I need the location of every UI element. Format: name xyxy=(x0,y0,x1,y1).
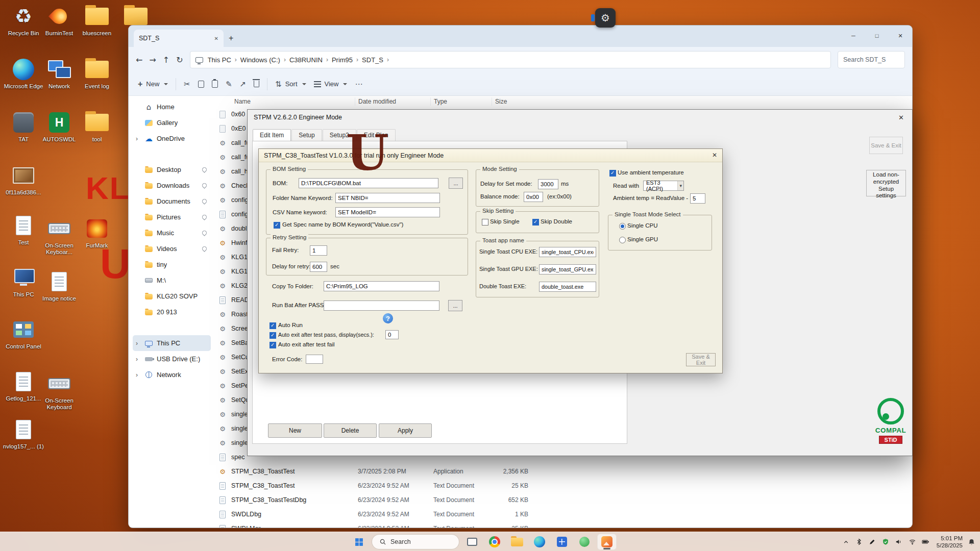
refresh-icon[interactable]: ↻ xyxy=(176,55,183,65)
floating-settings-widget[interactable]: ⚙ xyxy=(595,8,616,28)
sidebar-item-downloads[interactable]: Downloads xyxy=(133,178,211,193)
taskbar-blue-app-icon[interactable] xyxy=(552,534,572,550)
share-icon[interactable]: ↗ xyxy=(240,80,247,89)
sidebar-item-home[interactable]: Home xyxy=(133,99,211,115)
sidebar-item-usb-drive-e[interactable]: ›USB Drive (E:) xyxy=(133,351,211,367)
column-header-name[interactable]: Name xyxy=(231,97,355,106)
apply-button[interactable]: Apply xyxy=(379,423,432,438)
double-toast-input[interactable] xyxy=(539,282,596,292)
auto-exit-fail-checkbox[interactable] xyxy=(270,342,276,348)
sidebar-item-pictures[interactable]: Pictures xyxy=(133,209,211,225)
sidebar-item-gallery[interactable]: Gallery xyxy=(133,115,211,131)
desktop-icon-nvlog157-1[interactable]: nvlog157_... (1) xyxy=(1,417,46,450)
read-with-dropdown[interactable]: EST3 (ACPI) ▾ xyxy=(643,181,684,191)
single-cpu-radio[interactable] xyxy=(619,223,626,230)
delete-icon[interactable] xyxy=(254,81,259,87)
file-row[interactable]: STPM_C38_ToastTestDbg6/23/2024 9:52 AMTe… xyxy=(218,493,912,507)
run-bat-browse-button[interactable]: ... xyxy=(448,300,462,311)
view-button[interactable]: View xyxy=(314,80,348,88)
single-toast-cpu-input[interactable] xyxy=(539,247,596,257)
sidebar-item-documents[interactable]: Documents xyxy=(133,193,211,209)
new-button[interactable]: + New xyxy=(138,80,168,89)
ambient-temp-input[interactable] xyxy=(690,193,705,204)
balance-mode-input[interactable] xyxy=(524,192,543,202)
file-row[interactable]: STPM_C38_ToastTest3/7/2025 2:08 PMApplic… xyxy=(218,464,912,479)
start-button[interactable] xyxy=(349,534,369,550)
bom-browse-button[interactable]: ... xyxy=(449,178,463,189)
maximize-button[interactable]: □ xyxy=(865,26,889,46)
sidebar-item-onedrive[interactable]: ›OneDrive xyxy=(133,131,211,146)
hidden-icons-chevron-icon[interactable] xyxy=(842,538,850,546)
auto-run-checkbox[interactable] xyxy=(270,322,276,329)
rename-icon[interactable]: ✎ xyxy=(226,80,232,89)
taskbar-green-app-icon[interactable] xyxy=(575,534,594,550)
skip-single-checkbox[interactable] xyxy=(482,219,488,226)
spec-name-checkbox[interactable] xyxy=(274,222,280,229)
column-header-size[interactable]: Size xyxy=(492,97,528,106)
shield-icon[interactable] xyxy=(881,538,890,546)
desktop-icon-image-notice[interactable]: Image notice xyxy=(37,269,82,302)
auto-exit-pass-secs-input[interactable] xyxy=(385,330,399,339)
file-row[interactable]: SWDLMgr6/23/2024 9:52 AMText Document25 … xyxy=(218,521,912,528)
toasttest-save-exit-button[interactable]: Save & Exit xyxy=(686,353,716,366)
single-toast-gpu-input[interactable] xyxy=(539,264,596,274)
up-icon[interactable]: ↑ xyxy=(163,55,169,65)
breadcrumb-item-windows-c[interactable]: Windows (C:) xyxy=(240,56,280,64)
sidebar-item-videos[interactable]: Videos xyxy=(133,241,211,257)
battery-icon[interactable] xyxy=(921,538,930,546)
cut-icon[interactable]: ✂ xyxy=(184,80,190,89)
sidebar-item-klg20-sovp[interactable]: KLG20 SOVP xyxy=(133,288,211,304)
help-icon[interactable]: ? xyxy=(383,313,393,323)
wifi-icon[interactable] xyxy=(908,538,917,546)
new-tab-button[interactable]: + xyxy=(229,34,233,42)
error-code-input[interactable] xyxy=(306,355,323,364)
skip-double-checkbox[interactable] xyxy=(532,219,539,226)
ambient-temperature-checkbox[interactable] xyxy=(609,170,616,177)
back-icon[interactable]: ← xyxy=(136,55,142,65)
sort-button[interactable]: ⇅ Sort xyxy=(275,80,306,89)
auto-exit-pass-checkbox[interactable] xyxy=(270,332,276,339)
close-icon[interactable]: ✕ xyxy=(898,114,904,121)
taskbar-file-explorer-icon[interactable] xyxy=(507,534,527,550)
desktop-icon-tool[interactable]: tool xyxy=(75,110,119,143)
folder-keyword-input[interactable] xyxy=(335,193,440,203)
tab-close-icon[interactable]: ✕ xyxy=(214,36,218,41)
run-bat-input[interactable] xyxy=(324,300,439,311)
load-settings-button[interactable]: Load non-encrypted Setup settings xyxy=(866,170,906,196)
sidebar-item-m[interactable]: M:\ xyxy=(133,272,211,288)
desktop-icon-on-screen-keyboard[interactable]: On-Screen Keyboard xyxy=(37,371,82,411)
search-input[interactable] xyxy=(838,51,905,68)
window-close-button[interactable]: ✕ xyxy=(889,26,912,46)
sidebar-item-this-pc[interactable]: ›This PC xyxy=(133,335,211,351)
breadcrumb-item-this-pc[interactable]: This PC xyxy=(208,56,231,64)
bluetooth-icon[interactable] xyxy=(855,538,864,546)
csv-keyword-input[interactable] xyxy=(335,207,440,217)
desktop-icon-0f11a6d386[interactable]: 0f11a6d386... xyxy=(1,163,46,196)
retry-delay-input[interactable] xyxy=(310,262,327,272)
explorer-tab-sdt-s[interactable]: SDT_S ✕ xyxy=(134,30,224,47)
breadcrumb-item-prim95[interactable]: Prim95 xyxy=(332,56,353,64)
file-row[interactable]: SWDLDbg6/23/2024 9:52 AMText Document1 K… xyxy=(218,507,912,521)
forward-icon[interactable]: → xyxy=(149,55,156,65)
breadcrumb-item-sdt-s[interactable]: SDT_S xyxy=(362,56,383,64)
save-exit-button[interactable]: Save & Exit xyxy=(869,137,903,154)
close-icon[interactable]: ✕ xyxy=(712,152,717,159)
taskbar-search[interactable]: Search xyxy=(372,534,459,549)
copy-folder-input[interactable] xyxy=(324,281,439,291)
sidebar-item-network[interactable]: ›Network xyxy=(133,367,211,383)
breadcrumb[interactable]: This PC›Windows (C:)›C38RUNIN›Prim95›SDT… xyxy=(190,51,831,68)
speaker-icon[interactable] xyxy=(895,538,903,546)
desktop-icon-bluescreen[interactable]: bluescreen xyxy=(75,4,119,37)
desktop-icon-control-panel[interactable]: Control Panel xyxy=(1,317,46,350)
more-options-icon[interactable]: ⋯ xyxy=(355,80,362,89)
minimize-button[interactable]: ─ xyxy=(842,26,865,46)
notification-bell-icon[interactable] xyxy=(967,538,976,546)
tab-setup[interactable]: Setup xyxy=(291,129,322,141)
taskbar-stpm-app-icon[interactable] xyxy=(597,534,617,550)
delete-item-button[interactable]: Delete xyxy=(324,423,377,438)
column-header-date[interactable]: Date modified xyxy=(355,97,430,106)
taskbar-chrome-icon[interactable] xyxy=(485,534,504,550)
breadcrumb-item-c38runin[interactable]: C38RUNIN xyxy=(289,56,323,64)
taskbar-task-view-icon[interactable] xyxy=(462,534,482,550)
column-header-type[interactable]: Type xyxy=(430,97,492,106)
